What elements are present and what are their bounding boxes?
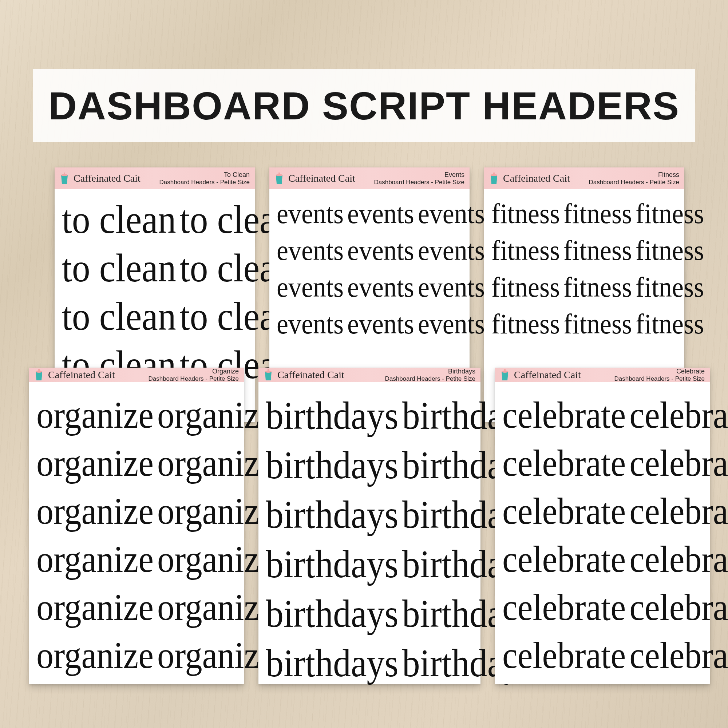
cup-icon [263, 369, 274, 381]
sticker-row: fitnessfitnessfitness [491, 309, 677, 339]
sticker-row: organizeorganize [37, 444, 237, 483]
sticker-row: celebratecelebrate [502, 587, 702, 627]
sticker-word: birthdays [266, 592, 399, 636]
sheet-title: Celebrate [614, 368, 705, 375]
sticker-row: to cleanto clean [62, 199, 248, 241]
sticker-word: celebrate [502, 586, 626, 629]
sticker-word: celebrate [629, 538, 728, 581]
sticker-row: eventseventsevents [277, 272, 462, 303]
sticker-row: eventseventsevents [277, 199, 462, 229]
sheet-title: Organize [148, 368, 239, 375]
sticker-word: fitness [563, 234, 632, 267]
svg-rect-7 [38, 369, 40, 371]
sticker-word: fitness [563, 307, 632, 341]
brand-text: Caffeinated Cait [288, 173, 355, 184]
sticker-word: fitness [563, 197, 632, 230]
sheet-header: Caffeinated Cait Celebrate Dashboard Hea… [495, 368, 710, 382]
sticker-word: fitness [636, 271, 704, 304]
cup-icon [500, 369, 510, 381]
sticker-word: to clean [62, 294, 176, 340]
sticker-word: fitness [491, 234, 560, 267]
sticker-word: celebrate [502, 393, 626, 437]
sticker-word: events [418, 234, 485, 267]
sticker-word: organize [157, 442, 274, 485]
sticker-word: birthdays [266, 542, 399, 587]
sticker-word: organize [37, 489, 154, 533]
cup-icon [34, 369, 44, 381]
sticker-word: celebrate [502, 634, 626, 677]
sticker-word: events [277, 197, 344, 230]
sticker-word: events [347, 234, 414, 267]
sticker-word: organize [37, 393, 154, 437]
sheet-body: organizeorganizeorganizeorganizeorganize… [29, 382, 244, 686]
sticker-word: fitness [636, 307, 704, 341]
sticker-word: organize [157, 489, 274, 533]
sticker-word: events [277, 307, 344, 341]
sticker-row: organizeorganize [37, 636, 237, 675]
sticker-word: celebrate [502, 442, 626, 485]
sticker-word: organize [37, 538, 154, 581]
sticker-row: celebratecelebrate [502, 491, 702, 531]
sticker-row: organizeorganize [37, 540, 237, 579]
sticker-row: organizeorganize [37, 395, 237, 434]
sticker-word: to clean [62, 197, 176, 243]
sticker-row: eventseventsevents [277, 236, 462, 266]
sheet-title: Birthdays [385, 368, 476, 375]
cup-icon [274, 172, 284, 185]
sticker-word: celebrate [629, 442, 728, 485]
sticker-row: to cleanto clean [62, 295, 248, 337]
title-band: DASHBOARD SCRIPT HEADERS [33, 69, 695, 142]
sticker-word: birthdays [266, 443, 399, 488]
sticker-word: celebrate [502, 538, 626, 581]
sheet-body: birthdaysbirthdaysbirthdaysbirthdaysbirt… [258, 382, 480, 694]
sticker-row: birthdaysbirthdays [266, 544, 473, 584]
sheet-subtitle: Dashboard Headers - Petite Size [159, 179, 250, 186]
sticker-row: birthdaysbirthdays [266, 494, 473, 535]
brand-text: Caffeinated Cait [277, 369, 344, 381]
sticker-word: celebrate [502, 489, 626, 533]
brand-text: Caffeinated Cait [514, 369, 581, 381]
sticker-word: organize [157, 634, 274, 677]
brand-text: Caffeinated Cait [73, 173, 141, 184]
sticker-word: celebrate [629, 393, 728, 437]
svg-rect-3 [278, 173, 280, 175]
cup-icon [60, 172, 70, 185]
sticker-row: celebratecelebrate [502, 444, 702, 483]
sheet-subtitle: Dashboard Headers - Petite Size [614, 375, 705, 382]
sticker-word: events [347, 197, 414, 230]
sticker-row: eventseventsevents [277, 309, 462, 339]
sticker-word: events [277, 234, 344, 267]
sticker-word: fitness [491, 307, 560, 341]
svg-rect-1 [64, 173, 65, 175]
sticker-word: organize [37, 442, 154, 485]
sticker-row: birthdaysbirthdays [266, 445, 473, 486]
sticker-row: birthdaysbirthdays [266, 395, 473, 436]
sheet-header: Caffeinated Cait Birthdays Dashboard Hea… [258, 368, 480, 382]
sheet-subtitle: Dashboard Headers - Petite Size [374, 179, 465, 186]
brand-text: Caffeinated Cait [503, 173, 570, 184]
sheet-header: Caffeinated Cait Events Dashboard Header… [269, 167, 470, 189]
sticker-word: events [347, 307, 414, 341]
svg-rect-5 [493, 173, 495, 175]
sheet-title: To Clean [159, 171, 250, 179]
sticker-word: events [418, 307, 485, 341]
sticker-row: birthdaysbirthdays [266, 643, 473, 684]
sheet-subtitle: Dashboard Headers - Petite Size [148, 375, 239, 382]
sheet-subtitle: Dashboard Headers - Petite Size [589, 179, 679, 186]
sticker-word: fitness [491, 197, 560, 230]
sticker-row: organizeorganize [37, 491, 237, 531]
sticker-word: organize [157, 393, 274, 437]
sheet-header: Caffeinated Cait Fitness Dashboard Heade… [484, 167, 684, 189]
sticker-word: events [347, 271, 414, 304]
sheet-title: Events [374, 171, 465, 179]
sheet-birthdays: Caffeinated Cait Birthdays Dashboard Hea… [258, 368, 480, 684]
sticker-row: to cleanto clean [62, 247, 248, 289]
svg-rect-11 [504, 369, 506, 371]
sticker-word: celebrate [629, 634, 728, 677]
sticker-word: organize [157, 586, 274, 629]
sticker-word: fitness [636, 234, 704, 267]
sticker-row: organizeorganize [37, 587, 237, 627]
sticker-word: celebrate [629, 489, 728, 533]
sticker-row: celebratecelebrate [502, 636, 702, 675]
sheet-header: Caffeinated Cait To Clean Dashboard Head… [55, 167, 255, 189]
